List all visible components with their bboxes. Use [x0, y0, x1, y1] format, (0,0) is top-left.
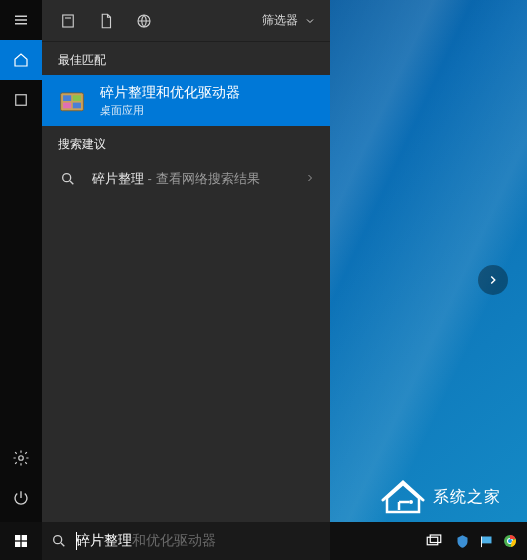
flag-tray-icon[interactable] — [475, 526, 497, 556]
apps-scope-button[interactable] — [50, 3, 86, 39]
house-icon — [381, 478, 425, 516]
svg-line-21 — [61, 543, 64, 546]
svg-point-28 — [508, 539, 512, 543]
watermark: 系统之家 — [381, 478, 501, 516]
svg-point-0 — [409, 500, 413, 504]
suggestions-header: 搜索建议 — [42, 126, 330, 159]
svg-point-14 — [63, 174, 71, 182]
search-input-placeholder: 和优化驱动器 — [132, 532, 216, 550]
svg-rect-23 — [430, 535, 441, 543]
best-match-result[interactable]: 碎片整理和优化驱动器 桌面应用 — [42, 75, 330, 126]
slideshow-next-button[interactable] — [478, 265, 508, 295]
taskbar-search-box[interactable]: 碎片整理和优化驱动器 — [42, 522, 330, 560]
suggestion-query: 碎片整理 — [92, 171, 144, 186]
svg-rect-17 — [22, 535, 27, 540]
svg-point-20 — [54, 536, 62, 544]
text-caret — [76, 532, 77, 550]
system-tray — [419, 522, 527, 560]
svg-rect-4 — [16, 95, 27, 106]
start-left-rail — [0, 0, 42, 522]
task-view-button[interactable] — [419, 526, 449, 556]
settings-rail-button[interactable] — [0, 438, 42, 478]
filter-dropdown[interactable]: 筛选器 — [256, 12, 322, 29]
svg-point-5 — [19, 456, 24, 461]
svg-rect-11 — [73, 95, 81, 101]
search-icon — [58, 169, 78, 189]
search-panel-top-bar: 筛选器 — [42, 0, 330, 42]
hamburger-menu-button[interactable] — [0, 0, 42, 40]
search-panel: 筛选器 最佳匹配 碎片整理和优化驱动器 桌面应用 搜索建议 碎片整理 - 查看网… — [42, 0, 330, 522]
defrag-icon — [58, 87, 86, 115]
start-button[interactable] — [0, 522, 42, 560]
best-match-subtitle: 桌面应用 — [100, 103, 240, 118]
filter-label: 筛选器 — [262, 12, 298, 29]
best-match-header: 最佳匹配 — [42, 42, 330, 75]
search-input-value: 碎片整理 — [76, 532, 132, 550]
web-scope-button[interactable] — [126, 3, 162, 39]
svg-rect-10 — [63, 95, 71, 101]
security-tray-icon[interactable] — [451, 526, 473, 556]
suggestion-text: 碎片整理 - 查看网络搜索结果 — [92, 170, 260, 188]
svg-rect-12 — [63, 102, 71, 108]
chrome-tray-icon[interactable] — [499, 526, 521, 556]
search-suggestion-item[interactable]: 碎片整理 - 查看网络搜索结果 — [42, 159, 330, 199]
svg-rect-19 — [22, 542, 27, 547]
svg-rect-24 — [481, 536, 491, 543]
chevron-right-icon — [304, 170, 316, 188]
search-icon — [42, 533, 76, 549]
best-match-title: 碎片整理和优化驱动器 — [100, 83, 240, 101]
documents-scope-button[interactable] — [88, 3, 124, 39]
svg-rect-16 — [15, 535, 20, 540]
svg-rect-22 — [427, 537, 438, 545]
svg-rect-18 — [15, 542, 20, 547]
svg-rect-6 — [63, 15, 74, 27]
chevron-down-icon — [304, 15, 316, 27]
svg-line-15 — [70, 181, 73, 184]
app-rail-button[interactable] — [0, 80, 42, 120]
suggestion-hint: 查看网络搜索结果 — [156, 171, 260, 186]
svg-rect-13 — [73, 102, 81, 108]
taskbar: 碎片整理和优化驱动器 — [0, 522, 527, 560]
watermark-text: 系统之家 — [433, 487, 501, 508]
power-rail-button[interactable] — [0, 478, 42, 518]
home-rail-button[interactable] — [0, 40, 42, 80]
